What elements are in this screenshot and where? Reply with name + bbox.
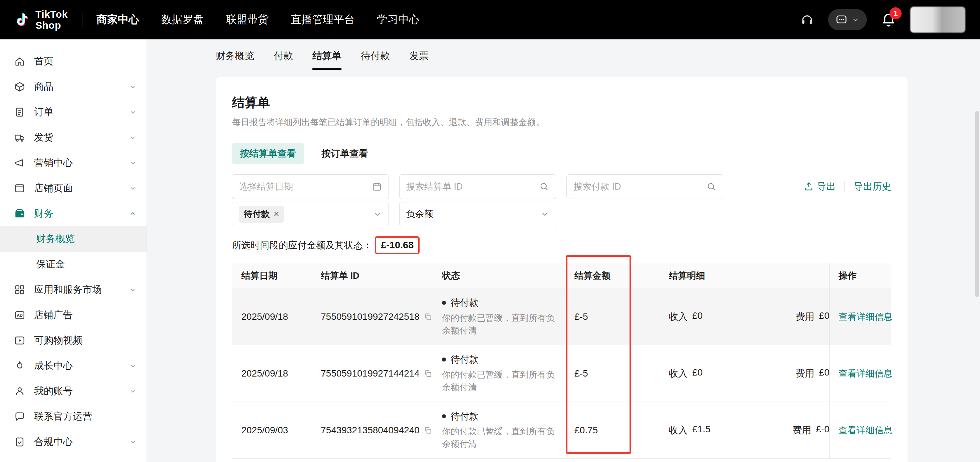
view-details-link[interactable]: 查看详细信息: [838, 424, 892, 436]
tab-pending-payment[interactable]: 待付款: [361, 49, 390, 70]
sidebar-item-label: 店铺页面: [34, 182, 73, 195]
sidebar-item-shop-ads[interactable]: AD 店铺广告: [0, 303, 146, 328]
nav-live-platform[interactable]: 直播管理平台: [291, 12, 355, 27]
sidebar-item-storefront[interactable]: 店铺页面: [0, 175, 146, 201]
chevron-down-icon: [129, 387, 137, 395]
settlement-date-input[interactable]: [239, 182, 368, 192]
support-headset-icon[interactable]: [800, 13, 814, 27]
sidebar-item-compliance[interactable]: 合规中心: [0, 429, 146, 455]
tab-payments[interactable]: 付款: [274, 49, 293, 70]
sidebar: 首页 商品 订单 发货 营销中心 店铺页面: [0, 40, 147, 462]
payable-summary-label: 所选时间段的应付金额及其状态：: [232, 239, 372, 252]
status-label: 待付款: [450, 353, 479, 366]
topbar: TikTok Shop 商家中心 数据罗盘 联盟带货 直播管理平台 学习中心: [0, 0, 980, 40]
chevron-down-icon: [129, 438, 137, 446]
income-label: 收入: [669, 424, 687, 437]
sidebar-item-contact-ops[interactable]: 联系官方运营: [0, 404, 146, 429]
status-filter-select[interactable]: 待付款 ×: [232, 202, 389, 226]
sidebar-item-app-services[interactable]: 应用和服务市场: [0, 277, 146, 303]
sidebar-item-label: 财务概览: [36, 233, 75, 246]
tag-close-icon[interactable]: ×: [274, 209, 279, 219]
export-history-button[interactable]: 导出历史: [854, 180, 891, 193]
view-details-link[interactable]: 查看详细信息: [838, 311, 892, 323]
status-description: 你的付款已暂缓，直到所有负余额付清: [442, 368, 559, 393]
sidebar-item-deposit[interactable]: 保证金: [0, 252, 146, 277]
status-description: 你的付款已暂缓，直到所有负余额付清: [442, 312, 559, 337]
status-dot: [442, 301, 446, 305]
sidebar-item-label: 首页: [34, 55, 53, 68]
nav-learning-center[interactable]: 学习中心: [377, 12, 420, 27]
settlement-id-field[interactable]: [399, 174, 556, 199]
payment-id-input[interactable]: [573, 182, 702, 192]
table-header-row: 结算日期 结算单 ID 状态 结算金额 结算明细 操作: [232, 263, 891, 288]
sidebar-item-label: 成长中心: [34, 359, 73, 373]
compliance-doc-icon: [14, 436, 25, 448]
sidebar-item-growth-center[interactable]: 成长中心: [0, 353, 146, 379]
fee-label: 费用: [793, 424, 811, 437]
finance-tabs: 财务概览 付款 结算单 待付款 发票: [216, 49, 980, 70]
copy-icon[interactable]: [423, 426, 432, 435]
view-details-link[interactable]: 查看详细信息: [838, 368, 892, 379]
tab-finance-overview[interactable]: 财务概览: [216, 49, 255, 70]
scrollbar-thumb[interactable]: [975, 111, 978, 297]
settlement-date: 2025/09/18: [232, 311, 321, 322]
sidebar-item-label: 发货: [34, 131, 53, 144]
sidebar-item-shoppable-video[interactable]: 可购物视频: [0, 328, 146, 353]
chevron-down-icon: [129, 83, 137, 91]
income-value: £0: [692, 311, 703, 323]
settlement-amount: £-5: [574, 311, 669, 322]
account-avatar[interactable]: [910, 7, 965, 33]
tab-settlements[interactable]: 结算单: [312, 49, 342, 70]
sidebar-item-home[interactable]: 首页: [0, 49, 146, 74]
status-label: 待付款: [450, 296, 479, 309]
sidebar-item-orders[interactable]: 订单: [0, 99, 146, 125]
settlement-id-input[interactable]: [406, 182, 535, 192]
chevron-down-icon: [129, 108, 137, 116]
growth-flame-icon: [14, 360, 25, 371]
chevron-down-icon: [129, 286, 137, 293]
tab-invoices[interactable]: 发票: [409, 49, 429, 70]
toggle-by-order[interactable]: 按订单查看: [313, 143, 376, 164]
sidebar-item-products[interactable]: 商品: [0, 74, 146, 99]
sidebar-item-finance-overview[interactable]: 财务概览: [0, 226, 146, 252]
nav-affiliate[interactable]: 联盟带货: [226, 12, 269, 27]
settlement-date-field[interactable]: [232, 174, 389, 199]
sidebar-item-my-account[interactable]: 我的账号: [0, 379, 146, 404]
export-button[interactable]: 导出: [804, 180, 836, 193]
product-icon: [14, 81, 25, 92]
balance-filter-value: 负余额: [406, 208, 433, 220]
balance-filter-select[interactable]: 负余额: [399, 202, 556, 226]
sidebar-item-label: 保证金: [36, 258, 65, 271]
fee-value: £0: [819, 311, 829, 323]
sidebar-item-finance[interactable]: 财务: [0, 201, 146, 226]
filter-row-selects: 待付款 × 负余额: [232, 202, 891, 226]
settlement-id: 7550591019927242518: [321, 311, 420, 322]
nav-seller-center[interactable]: 商家中心: [97, 12, 139, 27]
status-description: 你的付款已暂缓，直到所有负余额付清: [442, 425, 559, 450]
message-bubble-icon: [835, 14, 848, 26]
sidebar-item-label: 店铺广告: [34, 309, 73, 322]
income-label: 收入: [669, 311, 687, 323]
notification-badge: 1: [889, 7, 902, 19]
sidebar-item-marketing[interactable]: 营销中心: [0, 150, 146, 175]
income-label: 收入: [669, 367, 687, 380]
settlements-table: 结算日期 结算单 ID 状态 结算金额 结算明细 操作 2025/09/18 7…: [232, 263, 891, 459]
copy-icon[interactable]: [423, 312, 432, 321]
settlement-id: 7550591019927144214: [321, 368, 420, 379]
tiktok-shop-logo[interactable]: TikTok Shop: [15, 9, 68, 31]
settlement-id: 7543932135804094240: [321, 425, 420, 436]
toggle-by-settlement[interactable]: 按结算单查看: [232, 143, 304, 164]
notifications-button[interactable]: 1: [881, 12, 896, 27]
nav-data-compass[interactable]: 数据罗盘: [161, 12, 204, 27]
svg-text:AD: AD: [17, 313, 23, 318]
chevron-down-icon: [129, 134, 137, 141]
sidebar-item-label: 订单: [34, 105, 53, 119]
message-center-button[interactable]: [828, 9, 867, 30]
chevron-down-icon: [851, 16, 859, 24]
payment-id-field[interactable]: [566, 174, 723, 199]
ad-badge-icon: AD: [14, 309, 25, 321]
status-dot: [442, 357, 446, 362]
sidebar-item-shipping[interactable]: 发货: [0, 125, 146, 150]
search-icon: [539, 182, 549, 191]
copy-icon[interactable]: [423, 369, 432, 378]
